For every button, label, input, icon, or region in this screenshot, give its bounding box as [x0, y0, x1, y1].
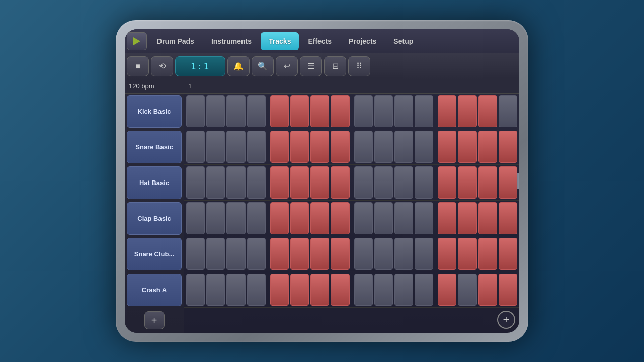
pad-cell[interactable] [394, 131, 413, 163]
pad-cell[interactable] [290, 274, 309, 306]
side-button[interactable] [517, 173, 519, 189]
pad-cell[interactable] [186, 95, 205, 127]
pad-cell[interactable] [331, 238, 349, 270]
pad-cell[interactable] [374, 274, 393, 306]
pad-cell[interactable] [290, 95, 309, 127]
grid-view-button[interactable]: ⊟ [324, 56, 346, 76]
pad-cell[interactable] [499, 95, 517, 127]
pad-cell[interactable] [415, 274, 433, 306]
pad-cell[interactable] [478, 95, 497, 127]
pad-cell[interactable] [270, 202, 289, 234]
pad-cell[interactable] [499, 274, 517, 306]
pad-cell[interactable] [354, 238, 373, 270]
pad-cell[interactable] [415, 95, 433, 127]
tab-instruments[interactable]: Instruments [203, 32, 260, 50]
pad-cell[interactable] [415, 202, 433, 234]
pad-cell[interactable] [394, 202, 413, 234]
pad-cell[interactable] [415, 238, 433, 270]
track-clap-basic[interactable]: Clap Basic [127, 202, 182, 235]
pad-cell[interactable] [458, 202, 476, 234]
pad-cell[interactable] [415, 131, 433, 163]
track-crash-a[interactable]: Crash A [127, 274, 182, 306]
pad-cell[interactable] [438, 274, 456, 306]
pad-cell[interactable] [458, 238, 476, 270]
tab-setup[interactable]: Setup [385, 32, 421, 50]
pad-cell[interactable] [270, 131, 289, 163]
metronome-button[interactable]: 🔔 [227, 56, 250, 76]
pad-cell[interactable] [290, 166, 309, 199]
pad-cell[interactable] [331, 274, 349, 306]
pad-cell[interactable] [206, 166, 225, 199]
pad-cell[interactable] [206, 202, 225, 234]
pad-cell[interactable] [458, 95, 476, 127]
pad-cell[interactable] [310, 238, 329, 270]
pad-cell[interactable] [247, 274, 266, 306]
pad-cell[interactable] [290, 202, 309, 234]
pad-cell[interactable] [247, 131, 266, 163]
pad-cell[interactable] [438, 238, 456, 270]
pad-cell[interactable] [270, 95, 289, 127]
pad-cell[interactable] [331, 95, 349, 127]
pad-cell[interactable] [310, 274, 329, 306]
pad-cell[interactable] [186, 238, 205, 270]
track-hat-basic[interactable]: Hat Basic [127, 166, 182, 199]
pad-cell[interactable] [331, 202, 349, 234]
pad-cell[interactable] [206, 274, 225, 306]
pad-cell[interactable] [374, 238, 393, 270]
pad-cell[interactable] [478, 166, 497, 199]
pad-cell[interactable] [438, 202, 456, 234]
pad-cell[interactable] [499, 202, 517, 234]
pad-cell[interactable] [186, 202, 205, 234]
pad-cell[interactable] [478, 238, 497, 270]
pad-cell[interactable] [310, 131, 329, 163]
pad-cell[interactable] [310, 95, 329, 127]
pad-cell[interactable] [458, 131, 476, 163]
pad-cell[interactable] [374, 166, 393, 199]
pad-cell[interactable] [354, 131, 373, 163]
pad-cell[interactable] [270, 274, 289, 306]
pad-cell[interactable] [499, 238, 517, 270]
pad-cell[interactable] [438, 131, 456, 163]
pad-cell[interactable] [331, 166, 349, 199]
pad-cell[interactable] [438, 166, 456, 199]
pad-cell[interactable] [206, 131, 225, 163]
tab-projects[interactable]: Projects [341, 32, 384, 50]
track-snare-basic[interactable]: Snare Basic [127, 131, 182, 163]
pad-cell[interactable] [226, 166, 245, 199]
pad-cell[interactable] [438, 95, 456, 127]
tab-effects[interactable]: Effects [300, 32, 340, 50]
pad-cell[interactable] [394, 238, 413, 270]
pad-cell[interactable] [247, 238, 266, 270]
pad-cell[interactable] [354, 274, 373, 306]
pad-cell[interactable] [458, 274, 476, 306]
pad-cell[interactable] [206, 95, 225, 127]
pad-cell[interactable] [374, 131, 393, 163]
pad-cell[interactable] [247, 95, 266, 127]
list-view-button[interactable]: ☰ [300, 56, 322, 76]
search-button[interactable]: 🔍 [252, 56, 274, 76]
pad-cell[interactable] [270, 238, 289, 270]
play-button[interactable] [127, 32, 147, 50]
pad-cell[interactable] [186, 166, 205, 199]
pad-cell[interactable] [226, 274, 245, 306]
pad-cell[interactable] [226, 95, 245, 127]
pad-cell[interactable] [206, 238, 225, 270]
pad-cell[interactable] [310, 166, 329, 199]
pad-cell[interactable] [499, 166, 517, 199]
pad-cell[interactable] [374, 95, 393, 127]
add-pattern-button[interactable]: + [497, 311, 515, 329]
track-snare-club[interactable]: Snare Club... [127, 238, 182, 270]
undo-button[interactable]: ↩ [276, 56, 298, 76]
pad-cell[interactable] [270, 166, 289, 199]
pad-cell[interactable] [374, 202, 393, 234]
pad-cell[interactable] [247, 202, 266, 234]
stop-button[interactable]: ■ [127, 56, 149, 76]
pad-cell[interactable] [478, 131, 497, 163]
pad-cell[interactable] [354, 95, 373, 127]
pad-cell[interactable] [499, 131, 517, 163]
pad-cell[interactable] [310, 202, 329, 234]
pad-cell[interactable] [290, 131, 309, 163]
pad-cell[interactable] [458, 166, 476, 199]
pad-cell[interactable] [226, 238, 245, 270]
pad-cell[interactable] [186, 131, 205, 163]
